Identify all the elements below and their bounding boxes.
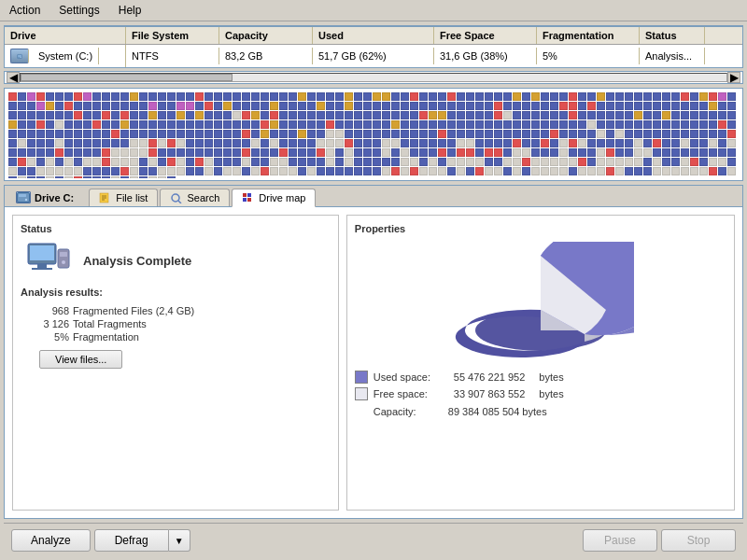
- disk-block: [354, 158, 362, 166]
- disk-block: [55, 139, 63, 147]
- capacity-unit: bytes: [522, 406, 546, 417]
- disk-block: [466, 130, 474, 138]
- disk-block: [438, 111, 446, 119]
- disk-block: [289, 120, 297, 129]
- disk-block: [643, 167, 652, 175]
- disk-block: [36, 139, 45, 147]
- disk-block: [354, 92, 362, 101]
- disk-block: [718, 167, 726, 175]
- disk-block: [307, 102, 316, 110]
- disk-block: [158, 176, 166, 178]
- defrag-button[interactable]: Defrag: [94, 529, 169, 552]
- disk-block: [317, 120, 325, 129]
- free-value: 33 907 863 552: [454, 388, 525, 399]
- disk-block: [438, 139, 446, 147]
- disk-block: [18, 130, 26, 138]
- disk-block: [279, 111, 288, 119]
- disk-block: [485, 120, 493, 129]
- disk-block: [541, 92, 549, 101]
- disk-block: [326, 167, 334, 175]
- disk-block: [307, 148, 316, 157]
- disk-block: [391, 92, 400, 101]
- disk-block: [223, 158, 232, 166]
- disk-block: [55, 167, 63, 175]
- disk-block: [410, 139, 418, 147]
- disk-block: [354, 139, 362, 147]
- disk-block: [92, 148, 101, 157]
- disk-block: [204, 148, 213, 157]
- disk-block: [662, 158, 670, 166]
- disk-block: [466, 102, 474, 110]
- disk-block: [690, 130, 698, 138]
- disk-block: [204, 167, 213, 175]
- disk-block: [578, 167, 586, 175]
- disk-block: [522, 102, 530, 110]
- disk-block: [662, 92, 670, 101]
- scroll-thumb[interactable]: [21, 74, 233, 81]
- disk-block: [8, 176, 17, 178]
- disk-block: [279, 158, 288, 166]
- disk-block: [457, 92, 465, 101]
- disk-block: [130, 176, 138, 178]
- disk-block: [120, 102, 129, 110]
- disk-block: [214, 139, 222, 147]
- disk-block: [653, 92, 661, 101]
- disk-block: [74, 111, 82, 119]
- disk-block: [550, 139, 558, 147]
- disk-block: [727, 92, 736, 101]
- disk-block: [438, 158, 446, 166]
- disk-block: [587, 111, 596, 119]
- disk-block: [466, 158, 474, 166]
- disk-block: [485, 167, 493, 175]
- view-files-button[interactable]: View files...: [39, 350, 122, 369]
- disk-block: [214, 148, 222, 157]
- stop-button[interactable]: Stop: [661, 529, 736, 552]
- svg-rect-14: [243, 198, 247, 202]
- tab-file-list[interactable]: File list: [89, 189, 158, 206]
- disk-block: [587, 102, 596, 110]
- scroll-left-btn[interactable]: ◀: [7, 72, 20, 83]
- tab-drive-map[interactable]: Drive map: [232, 189, 316, 207]
- disk-block: [419, 92, 428, 101]
- drive-status: Analysis...: [640, 48, 705, 64]
- analyze-button[interactable]: Analyze: [11, 529, 91, 552]
- disk-block: [18, 92, 26, 101]
- disk-block: [335, 139, 344, 147]
- tab-search[interactable]: Search: [160, 189, 230, 206]
- menu-help[interactable]: Help: [113, 2, 148, 19]
- disk-block: [429, 167, 437, 175]
- disk-block: [55, 111, 63, 119]
- scroll-right-btn[interactable]: ▶: [727, 72, 740, 83]
- disk-block: [597, 158, 605, 166]
- disk-block: [335, 120, 344, 129]
- disk-block: [102, 111, 110, 119]
- disk-block: [373, 167, 381, 175]
- disk-block: [373, 120, 381, 129]
- disk-block: [457, 139, 465, 147]
- menu-settings[interactable]: Settings: [53, 2, 105, 19]
- disk-block: [64, 130, 73, 138]
- disk-block: [233, 120, 241, 129]
- disk-block: [475, 139, 484, 147]
- pause-button[interactable]: Pause: [583, 529, 657, 552]
- disk-block: [251, 102, 260, 110]
- disk-block: [662, 139, 670, 147]
- disk-block: [718, 120, 726, 129]
- drive-row[interactable]: System (C:) NTFS 83,2 GB 51,7 GB (62%) 3…: [5, 45, 742, 67]
- disk-block: [8, 130, 17, 138]
- disk-block: [373, 102, 381, 110]
- disk-block: [36, 148, 45, 157]
- disk-block: [233, 139, 241, 147]
- defrag-dropdown-button[interactable]: ▼: [169, 529, 190, 552]
- disk-block: [363, 158, 372, 166]
- drive-tab-label: Drive C:: [8, 189, 81, 206]
- disk-block: [373, 92, 381, 101]
- disk-block: [279, 102, 288, 110]
- disk-block: [606, 102, 614, 110]
- disk-block: [242, 102, 250, 110]
- disk-block: [64, 148, 73, 157]
- disk-block: [158, 130, 166, 138]
- horizontal-scrollbar[interactable]: ◀ ▶: [4, 71, 743, 84]
- menu-action[interactable]: Action: [4, 2, 46, 19]
- disk-block: [120, 111, 129, 119]
